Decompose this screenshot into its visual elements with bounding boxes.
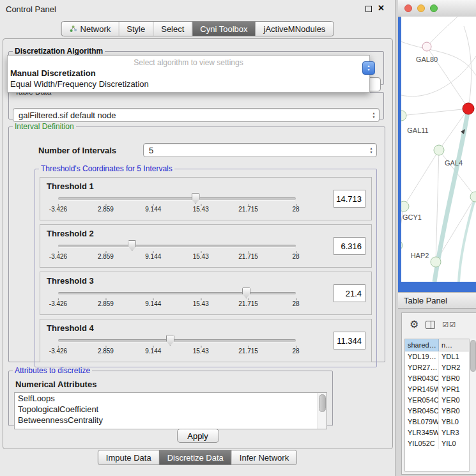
threshold-value-input[interactable]	[334, 284, 365, 302]
interval-definition-group: Interval Definition Number of Intervals …	[8, 122, 385, 362]
table-row[interactable]: YLR345WYLR3	[405, 427, 469, 438]
cell[interactable]: YLR345W	[405, 427, 439, 438]
tick-label: 21.715	[238, 300, 258, 307]
dropdown-option-manual[interactable]: Manual Discretization	[8, 68, 369, 79]
threshold-label: Threshold 3	[47, 276, 302, 286]
network-node[interactable]	[422, 42, 431, 51]
table-row[interactable]: YDL19…YDL1	[405, 351, 469, 362]
network-window-titlebar	[398, 0, 476, 17]
network-canvas[interactable]: GAL80 GAL11 GAL4 GCY1 HAP2	[401, 17, 476, 282]
cell[interactable]: YBL079W	[405, 417, 439, 427]
table-row[interactable]: YBR045CYBR0	[405, 406, 469, 417]
arrow-down-icon: ▼	[372, 116, 376, 119]
threshold-slider[interactable]	[58, 288, 296, 299]
network-node[interactable]	[470, 192, 476, 202]
threshold-slider-area: Threshold 4 -3.426 2.859 9.144 15.43 21.…	[40, 319, 302, 355]
tab-cyni-toolbox[interactable]: Cyni Toolbox	[192, 22, 255, 36]
network-node[interactable]	[431, 257, 441, 267]
threshold-value-input[interactable]	[334, 332, 365, 349]
float-window-icon[interactable]	[365, 6, 372, 12]
tab-style[interactable]: Style	[118, 22, 153, 36]
cell[interactable]: YBL0	[439, 417, 469, 427]
slider-thumb[interactable]	[192, 193, 200, 204]
network-edge-highlighted[interactable]	[434, 109, 468, 282]
column-header-shared-name[interactable]: shared…	[405, 339, 439, 351]
list-item[interactable]: SelfLoops	[15, 393, 326, 404]
cell[interactable]: YBR043C	[405, 373, 439, 384]
threshold-value-input[interactable]	[334, 190, 365, 208]
table-panel-header: Table Panel	[398, 292, 476, 309]
network-node[interactable]	[401, 241, 403, 250]
network-node-selected[interactable]	[463, 103, 474, 114]
tab-label: jActiveMNodules	[264, 24, 326, 34]
list-scrollbar[interactable]	[318, 393, 326, 429]
table-row[interactable]: YDR27…YDR2	[405, 362, 469, 373]
network-node[interactable]	[434, 145, 444, 155]
cell[interactable]: YER054C	[405, 395, 439, 406]
tab-select[interactable]: Select	[153, 22, 192, 36]
dropdown-option-equal-width[interactable]: Equal Width/Frequency Discretization	[8, 79, 369, 89]
cell[interactable]: YER0	[439, 395, 469, 406]
network-node[interactable]	[401, 201, 409, 211]
threshold-slider[interactable]	[58, 240, 296, 252]
slider-track[interactable]	[58, 245, 296, 248]
tab-impute-data[interactable]: Impute Data	[98, 450, 159, 464]
cell[interactable]: YPR1	[439, 384, 469, 395]
slider-thumb[interactable]	[166, 335, 174, 346]
network-edge-highlighted[interactable]	[459, 197, 475, 282]
threshold-slider[interactable]	[58, 335, 296, 346]
slider-thumb[interactable]	[242, 288, 250, 298]
algorithm-combobox-stepper[interactable]: ▲ ▼	[362, 61, 375, 75]
slider-thumb[interactable]	[128, 240, 136, 251]
slider-track[interactable]	[58, 197, 296, 201]
columns-icon[interactable]	[426, 321, 435, 329]
table-row[interactable]: YPR145WYPR1	[405, 384, 469, 395]
cell[interactable]: YDL19…	[405, 351, 439, 362]
cell[interactable]: YPR145W	[405, 384, 439, 395]
cell[interactable]: YBR0	[439, 373, 469, 384]
minimize-traffic-light-icon[interactable]	[417, 4, 425, 12]
close-traffic-light-icon[interactable]	[404, 4, 412, 12]
arrow-down-icon: ▼	[367, 68, 371, 72]
cell[interactable]: YBR0	[439, 406, 469, 417]
cell[interactable]: YDR27…	[405, 362, 439, 373]
list-item[interactable]: TopologicalCoefficient	[15, 404, 326, 415]
gear-icon[interactable]: ⚙	[410, 319, 418, 330]
slider-track[interactable]	[58, 292, 296, 295]
tab-infer-network[interactable]: Infer Network	[231, 450, 296, 464]
tick-label: 28	[292, 206, 299, 213]
cell[interactable]: YBR045C	[405, 406, 439, 417]
cell[interactable]: YLR3	[439, 427, 469, 438]
table-row[interactable]: YIL052CYIL0	[405, 438, 469, 449]
threshold-row-3: Threshold 3 -3.426 2.859 9.144 15.43 21.…	[40, 272, 372, 315]
cell[interactable]: YDL1	[439, 351, 469, 362]
cell[interactable]: YIL0	[439, 438, 469, 449]
attributes-list[interactable]: SelfLoops TopologicalCoefficient Between…	[14, 392, 327, 429]
tab-label: Impute Data	[106, 453, 151, 463]
tab-discretize-data[interactable]: Discretize Data	[159, 450, 231, 464]
table-row[interactable]: YBR043CYBR0	[405, 373, 469, 384]
slider-track[interactable]	[58, 339, 296, 342]
number-of-intervals-combobox[interactable]: 5 ▲ ▼	[143, 143, 377, 157]
column-header-name[interactable]: n…	[439, 339, 469, 351]
threshold-value-input[interactable]	[334, 237, 365, 255]
list-scrollbar-thumb[interactable]	[319, 394, 326, 412]
close-icon[interactable]: ✕	[378, 3, 385, 13]
table-row[interactable]: YER054CYER0	[405, 395, 469, 406]
table-scrollbar-thumb[interactable]	[470, 340, 476, 372]
list-item[interactable]: BetweennessCentrality	[15, 415, 326, 426]
table-scrollbar[interactable]	[469, 339, 476, 472]
select-columns-icon[interactable]: ☑☑	[442, 321, 456, 329]
apply-button[interactable]: Apply	[177, 429, 219, 443]
tab-network[interactable]: Network	[62, 22, 119, 36]
network-node[interactable]	[401, 111, 406, 121]
threshold-slider[interactable]	[58, 193, 296, 204]
cell[interactable]: YDR2	[439, 362, 469, 373]
table-data-combobox[interactable]: galFiltered.sif default node ▲ ▼	[13, 108, 380, 122]
dropdown-placeholder-option[interactable]: Select algorithm to view settings	[8, 57, 369, 68]
zoom-traffic-light-icon[interactable]	[430, 4, 438, 12]
cell[interactable]: YIL052C	[405, 438, 439, 449]
tick-label: 2.859	[98, 348, 114, 355]
table-row[interactable]: YBL079WYBL0	[405, 417, 469, 427]
tab-jactivemnodules[interactable]: jActiveMNodules	[256, 22, 334, 36]
